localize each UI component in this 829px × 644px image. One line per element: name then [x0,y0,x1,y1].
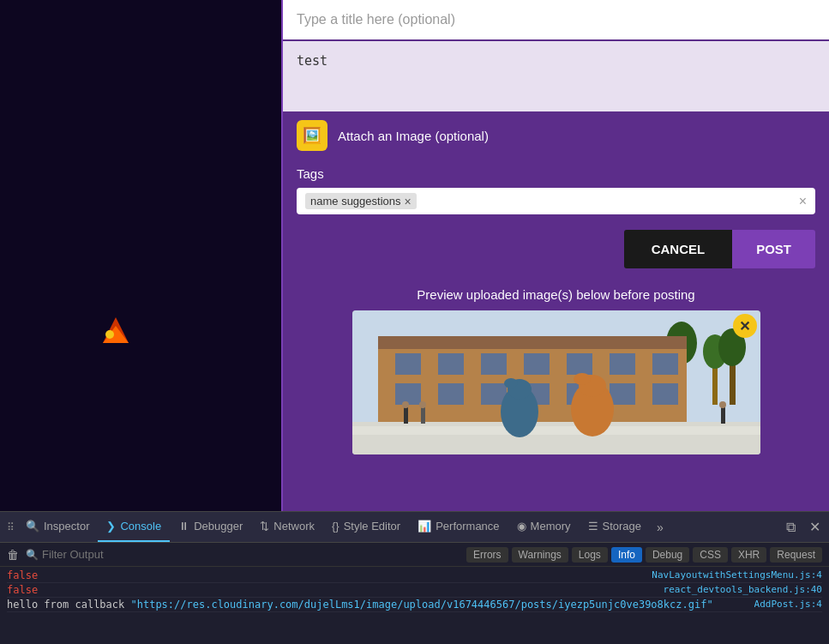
tag-chip: name suggestions × [305,193,417,209]
devtools-close-button[interactable]: ✕ [804,515,826,539]
console-output: false NavLayoutwithSettingsMenu.js:4 fal… [0,567,829,644]
image-close-button[interactable]: ✕ [733,314,757,338]
tab-style-editor[interactable]: {} Style Editor [323,512,409,542]
console-file-2[interactable]: react_devtools_backend.js:40 [664,584,822,595]
svg-point-35 [402,401,409,408]
preview-title: Preview uploaded image(s) below before p… [297,287,815,302]
right-panel: test 🖼️ Attach an Image (optional) Tags … [281,0,829,511]
filter-icon: 🔍 [26,549,39,561]
console-value-1: false [7,569,38,581]
console-icon: ❯ [106,520,116,533]
svg-point-30 [504,378,518,388]
console-label: Console [120,520,161,533]
left-panel [0,0,281,511]
post-button[interactable]: POST [732,230,815,268]
performance-icon: 📊 [418,520,431,533]
tab-inspector[interactable]: 🔍 Inspector [17,512,98,542]
debugger-icon: ⏸ [178,520,189,533]
game-icon [103,317,129,343]
tags-clear-btn[interactable]: × [799,194,807,209]
devtools-actions: ⧉ ✕ [781,515,826,539]
svg-point-37 [419,401,426,408]
filter-badge-info[interactable]: Info [611,547,642,563]
svg-rect-15 [524,353,550,375]
console-url[interactable]: "https://res.cloudinary.com/dujelLms1/im… [131,599,713,611]
svg-rect-24 [610,383,635,405]
tab-console[interactable]: ❯ Console [98,512,170,542]
tab-performance[interactable]: 📊 Performance [409,512,508,542]
svg-rect-16 [567,353,592,375]
tag-remove-btn[interactable]: × [405,196,411,208]
filter-badges: Errors Warnings Logs Info Debug CSS XHR … [466,547,822,563]
devtools-panel: ⠿ 🔍 Inspector ❯ Console ⏸ Debugger ⇅ Net… [0,511,829,644]
filter-badge-logs[interactable]: Logs [572,547,608,563]
svg-rect-19 [395,383,421,405]
preview-section: Preview uploaded image(s) below before p… [283,279,829,463]
memory-icon: ◉ [517,520,526,533]
main-area: test 🖼️ Attach an Image (optional) Tags … [0,0,829,511]
svg-rect-34 [404,406,408,424]
network-label: Network [273,520,315,533]
debugger-label: Debugger [194,520,243,533]
filter-input-wrapper: 🔍 [26,548,460,561]
tab-network[interactable]: ⇅ Network [251,512,323,542]
tab-storage[interactable]: ☰ Storage [580,512,651,542]
filter-badge-request[interactable]: Request [770,547,822,563]
attach-image-icon[interactable]: 🖼️ [297,120,327,151]
tag-text: name suggestions [310,195,401,208]
devtools-dock-button[interactable]: ⧉ [781,516,801,539]
style-editor-icon: {} [332,520,339,533]
filter-badge-debug[interactable]: Debug [646,547,689,563]
svg-rect-18 [652,353,678,375]
filter-badge-css[interactable]: CSS [693,547,728,563]
svg-rect-20 [438,383,464,405]
memory-label: Memory [531,520,571,533]
network-icon: ⇅ [260,520,269,533]
devtools-more-tabs[interactable]: » [650,521,670,534]
svg-rect-13 [438,353,464,375]
content-textarea[interactable]: test [283,41,829,111]
performance-label: Performance [436,520,499,533]
tab-debugger[interactable]: ⏸ Debugger [170,512,251,542]
attach-label: Attach an Image (optional) [338,129,489,143]
console-text-3: hello from callback "https://res.cloudin… [7,599,754,611]
storage-label: Storage [603,520,642,533]
style-editor-label: Style Editor [344,520,400,533]
tab-memory[interactable]: ◉ Memory [508,512,580,542]
svg-rect-38 [721,406,725,424]
inspector-label: Inspector [44,520,89,533]
storage-icon: ☰ [588,520,598,533]
title-input[interactable] [283,0,829,39]
svg-rect-17 [610,353,635,375]
svg-rect-27 [352,426,760,435]
filter-badge-xhr[interactable]: XHR [731,547,766,563]
filter-badge-errors[interactable]: Errors [466,547,508,563]
console-file-3[interactable]: AddPost.js:4 [754,599,822,610]
tags-section: Tags name suggestions × × [283,159,829,220]
attach-row: 🖼️ Attach an Image (optional) [283,111,829,159]
tags-input-container[interactable]: name suggestions × × [297,188,815,214]
tags-label: Tags [297,166,815,181]
action-row: CANCEL POST [283,220,829,279]
svg-point-2 [105,330,114,339]
svg-rect-25 [652,383,678,405]
svg-rect-11 [378,336,687,349]
svg-point-33 [574,373,591,385]
filter-badge-warnings[interactable]: Warnings [512,547,568,563]
filter-input[interactable] [42,548,460,561]
svg-rect-12 [395,353,421,375]
svg-point-39 [719,401,726,408]
console-line: hello from callback "https://res.cloudin… [7,598,822,612]
svg-rect-36 [421,406,425,424]
filter-row: 🗑 🔍 Errors Warnings Logs Info Debug CSS … [0,543,829,567]
inspector-icon: 🔍 [26,520,39,533]
console-line: false react_devtools_backend.js:40 [7,583,822,598]
devtools-resize-handle[interactable]: ⠿ [3,512,17,543]
console-value-2: false [7,584,38,596]
filter-clear-button[interactable]: 🗑 [7,548,19,562]
devtools-toolbar: ⠿ 🔍 Inspector ❯ Console ⏸ Debugger ⇅ Net… [0,512,829,543]
svg-rect-14 [481,353,507,375]
cancel-button[interactable]: CANCEL [624,230,733,268]
console-file-1[interactable]: NavLayoutwithSettingsMenu.js:4 [652,569,822,581]
console-line: false NavLayoutwithSettingsMenu.js:4 [7,569,822,583]
